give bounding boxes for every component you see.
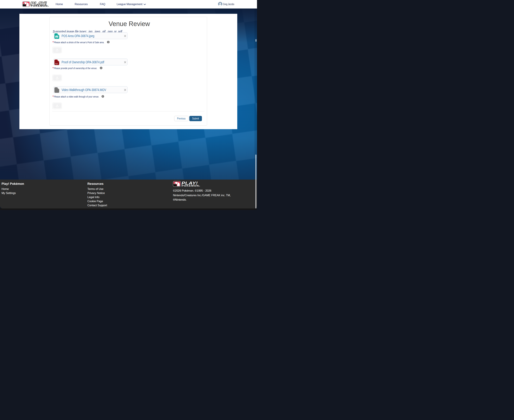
info-icon[interactable] [102,95,104,98]
upload-icon [56,76,59,79]
venue-review-panel: Venue Review Supported image file types:… [50,17,207,126]
required-asterisk: * [52,95,54,98]
nav-link-resources[interactable]: Resources [75,0,88,8]
subfooter-partial-text: ©2026 Pokémon. ©1995 - 2026 Nintendo/Cre… [15,210,100,210]
svg-text:TM: TM [48,6,49,7]
upload-icon [56,104,59,107]
play-pokemon-logo[interactable]: PLAY! POKÉMON TM [22,1,49,7]
info-icon[interactable] [107,41,110,43]
footer-link-cookie-page[interactable]: Cookie Page [88,199,107,203]
nav-link-faq[interactable]: FAQ [100,0,105,8]
previous-button[interactable]: Previous [174,116,188,121]
footer-link-my-settings[interactable]: My Settings [1,191,16,195]
footer-link-privacy-notice[interactable]: Privacy Notice [88,191,107,195]
svg-text:POKÉMON: POKÉMON [31,5,48,7]
svg-text:POKÉMON: POKÉMON [182,184,199,187]
pdf-file-icon: PDF [54,60,59,65]
remove-file-icon[interactable] [124,89,126,91]
chevron-down-icon [144,4,146,5]
nav-link-home[interactable]: Home [56,0,63,8]
upload-icon [56,48,59,52]
footer-play-pokemon-logo: PLAY! POKÉMON TM [173,181,200,187]
content-card: Venue Review Supported image file types:… [19,14,237,129]
file-chip-video-walkthrough: Video Walkthrough OPA-30874.MOV [53,86,128,93]
logo-badge [173,181,181,187]
svg-text:TM: TM [199,186,200,187]
field-label-pos-area: *Please attach a photo of the venue’s Po… [52,40,172,43]
file-name-link[interactable]: Proof of Ownership OPA-30874.pdf [62,59,115,66]
footer-link-home[interactable]: Home [1,187,16,191]
image-file-icon [54,33,59,39]
upload-dropzone-pos-area[interactable] [52,47,62,53]
required-asterisk: * [52,41,54,43]
generic-file-icon [54,87,59,93]
footer: Play! Pokémon Home My Settings Resources… [0,180,257,209]
submit-button[interactable]: Submit [189,116,202,121]
subfooter-strip: ©2026 Pokémon. ©1995 - 2026 Nintendo/Cre… [0,209,257,210]
info-icon[interactable] [100,67,103,69]
nav-link-league-management[interactable]: League Management [117,0,142,8]
svg-text:PDF: PDF [55,63,58,65]
logo-badge [22,1,30,7]
file-chip-proof-of-ownership: PDF Proof of Ownership OPA-30874.pdf [53,59,128,65]
footer-heading-resources: Resources [88,182,103,186]
inner-scrollbar-thumb[interactable] [256,39,257,42]
avatar[interactable] [218,2,222,6]
navbar: PLAY! POKÉMON TM Home Resources FAQ Leag… [0,0,257,8]
footer-link-legal-info[interactable]: Legal Info [88,195,107,199]
required-asterisk: * [52,67,54,69]
page-title: Venue Review [50,20,207,28]
upload-dropzone-proof-of-ownership[interactable] [52,75,62,81]
user-name[interactable]: Greg Jacobs [223,0,234,8]
footer-copyright: ©2026 Pokémon. ©1995 - 2026 Nintendo/Cre… [173,188,234,202]
page-scrollbar-thumb[interactable] [255,155,257,209]
footer-heading-play-pokemon: Play! Pokémon [1,182,24,186]
divider [52,111,205,112]
file-name-link[interactable]: POS Area OPA-30874.jpeg [62,32,103,39]
remove-file-icon[interactable] [124,35,126,37]
upload-dropzone-video-walkthrough[interactable] [52,103,62,109]
remove-file-icon[interactable] [124,61,126,63]
footer-link-terms-of-use[interactable]: Terms of Use [88,187,107,191]
file-chip-pos-area: POS Area OPA-30874.jpeg [53,32,128,39]
file-name-link[interactable]: Video Walkthrough OPA-30874.MOV [62,86,117,93]
footer-link-contact-support[interactable]: Contact Support [88,203,107,207]
